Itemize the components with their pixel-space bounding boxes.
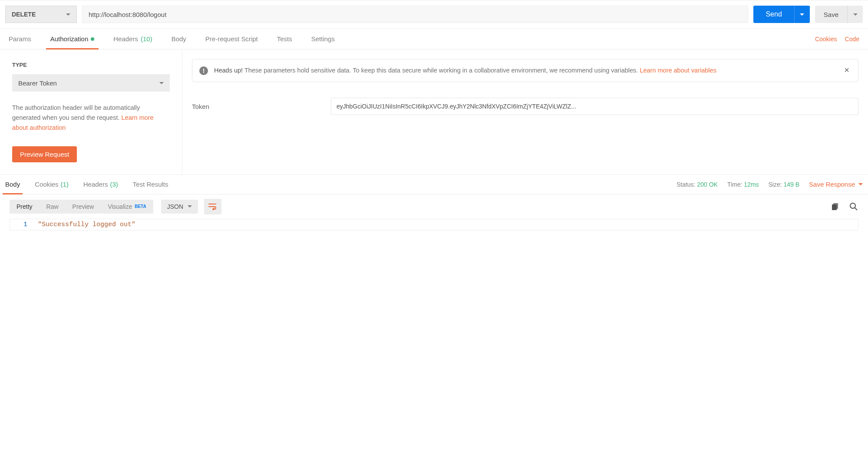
line-content: "Successfully logged out" (38, 221, 135, 228)
method-select[interactable]: DELETE (5, 6, 77, 23)
wrap-lines-button[interactable] (204, 199, 221, 214)
tab-tests[interactable]: Tests (277, 29, 292, 49)
chevron-down-icon (853, 13, 858, 16)
status-value: 200 OK (697, 181, 717, 188)
code-link[interactable]: Code (845, 36, 859, 43)
chevron-down-icon (66, 13, 70, 16)
variables-learn-more-link[interactable]: Learn more about variables (640, 67, 716, 74)
view-raw[interactable]: Raw (40, 200, 66, 214)
sensitive-data-notice: ! Heads up! These parameters hold sensit… (192, 59, 858, 82)
svg-line-3 (855, 208, 857, 210)
copy-icon (832, 203, 839, 211)
tab-authorization[interactable]: Authorization (50, 29, 95, 49)
tab-label: Authorization (50, 35, 89, 43)
time-block: Time: 12ms (727, 181, 759, 188)
response-header: Body Cookies (1) Headers (3) Test Result… (0, 174, 868, 194)
search-button[interactable] (849, 202, 858, 211)
save-dropdown[interactable] (847, 6, 863, 23)
size-block: Size: 149 B (768, 181, 799, 188)
url-input[interactable] (82, 6, 748, 23)
beta-badge: BETA (135, 204, 146, 209)
close-icon[interactable]: × (842, 66, 851, 74)
status-block: Status: 200 OK (677, 181, 718, 188)
format-select[interactable]: JSON (161, 200, 198, 214)
view-visualize[interactable]: Visualize BETA (101, 200, 153, 214)
response-tab-headers[interactable]: Headers (3) (83, 175, 118, 194)
response-tab-tests[interactable]: Test Results (133, 175, 168, 194)
send-button[interactable]: Send (753, 6, 794, 23)
size-value: 149 B (784, 181, 800, 188)
preview-request-button[interactable]: Preview Request (12, 146, 77, 162)
notice-text: Heads up! These parameters hold sensitiv… (214, 66, 836, 76)
request-tabs-right: Cookies Code (815, 36, 859, 43)
tab-label: Headers (113, 35, 138, 43)
response-meta: Status: 200 OK Time: 12ms Size: 149 B Sa… (677, 181, 863, 188)
tab-label: Cookies (35, 181, 58, 188)
svg-point-2 (850, 203, 855, 208)
save-button[interactable]: Save (815, 6, 847, 23)
auth-type-label: TYPE (12, 62, 170, 68)
tab-params[interactable]: Params (9, 29, 31, 49)
response-body: 1 "Successfully logged out" (10, 219, 858, 230)
save-response-button[interactable]: Save Response (809, 181, 863, 188)
chevron-down-icon (159, 82, 164, 84)
auth-type-value: Bearer Token (18, 79, 57, 87)
tab-body[interactable]: Body (172, 29, 186, 49)
cookies-link[interactable]: Cookies (815, 36, 837, 43)
auth-note: The authorization header will be automat… (12, 103, 170, 133)
request-bar: DELETE Send Save (0, 0, 868, 29)
format-value: JSON (167, 203, 183, 210)
chevron-down-icon (800, 13, 804, 16)
code-line: 1 "Successfully logged out" (10, 219, 858, 230)
response-tab-cookies[interactable]: Cookies (1) (35, 175, 69, 194)
chevron-down-icon (188, 205, 192, 207)
auth-type-select[interactable]: Bearer Token (12, 74, 170, 92)
chevron-down-icon (858, 183, 863, 185)
info-icon: ! (199, 66, 208, 75)
token-input[interactable] (331, 98, 858, 115)
tab-prerequest[interactable]: Pre-request Script (205, 29, 258, 49)
tab-label: Headers (83, 181, 108, 188)
copy-button[interactable] (831, 202, 840, 211)
authorization-content: ! Heads up! These parameters hold sensit… (182, 49, 868, 174)
tab-count: (10) (141, 35, 152, 43)
line-number: 1 (10, 221, 38, 228)
view-preview[interactable]: Preview (66, 200, 101, 214)
tab-count: (3) (110, 181, 118, 188)
time-value: 12ms (744, 181, 759, 188)
tab-headers[interactable]: Headers (10) (113, 29, 152, 49)
response-tab-body[interactable]: Body (5, 175, 20, 194)
token-label: Token (192, 103, 322, 110)
view-tabs: Pretty Raw Preview Visualize BETA (10, 200, 153, 214)
svg-rect-1 (832, 204, 837, 210)
search-icon (849, 202, 858, 211)
authorization-sidebar: TYPE Bearer Token The authorization head… (0, 49, 182, 174)
send-button-group: Send (753, 6, 809, 23)
tab-count: (1) (60, 181, 68, 188)
request-tabs: Params Authorization Headers (10) Body P… (0, 29, 868, 49)
wrap-icon (208, 203, 217, 210)
tab-settings[interactable]: Settings (311, 29, 335, 49)
save-button-group: Save (815, 6, 863, 23)
send-dropdown[interactable] (794, 6, 810, 23)
view-pretty[interactable]: Pretty (10, 200, 40, 214)
authorization-panel: TYPE Bearer Token The authorization head… (0, 49, 868, 174)
method-value: DELETE (12, 11, 36, 18)
modified-dot-icon (91, 37, 94, 41)
token-row: Token (192, 98, 858, 115)
response-toolbar: Pretty Raw Preview Visualize BETA JSON (0, 194, 868, 219)
